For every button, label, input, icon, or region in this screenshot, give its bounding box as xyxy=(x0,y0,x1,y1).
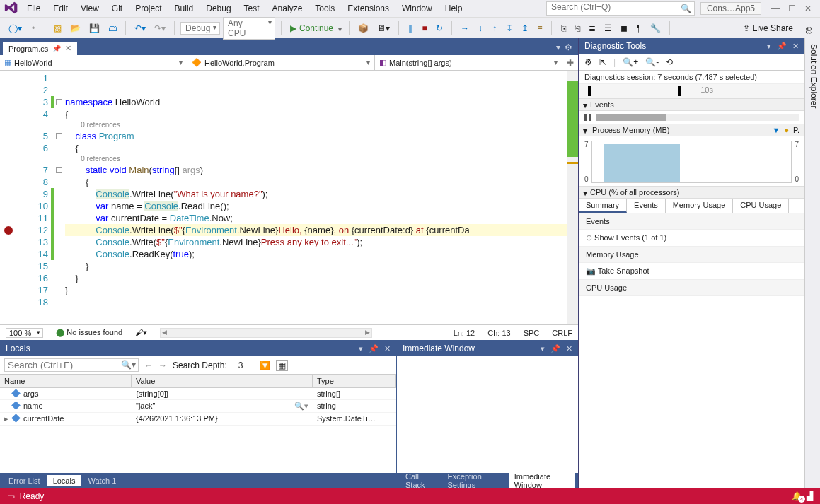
nav-class[interactable]: 🔶HelloWorld.Program xyxy=(187,55,375,70)
diag-tab-summary[interactable]: Summary xyxy=(579,199,627,213)
tab-exception[interactable]: Exception Settings xyxy=(441,471,507,491)
stop-icon[interactable]: ■ xyxy=(419,22,430,35)
reset-zoom-icon[interactable]: ⟲ xyxy=(666,57,673,67)
browser-icon[interactable]: 🖥▾ xyxy=(374,22,393,35)
menu-tools[interactable]: Tools xyxy=(309,1,340,16)
menu-build[interactable]: Build xyxy=(169,1,200,16)
live-share-button[interactable]: ⇪ Live Share xyxy=(743,23,793,33)
nav-method[interactable]: ◧Main(string[] args) xyxy=(375,55,562,70)
restart-icon[interactable]: ↻ xyxy=(433,22,446,35)
menu-view[interactable]: View xyxy=(75,1,105,16)
maximize-icon[interactable]: ☐ xyxy=(788,4,796,13)
uncmt-icon[interactable]: ⎗ xyxy=(572,22,583,35)
platform-combo[interactable]: Any CPU xyxy=(223,17,275,40)
step-over-icon[interactable]: ↓ xyxy=(475,22,486,35)
pause-icon[interactable]: ‖ xyxy=(405,22,416,35)
zoom-out-icon[interactable]: 🔍- xyxy=(645,57,659,67)
tab-close-icon[interactable]: ✕ xyxy=(65,44,71,53)
code-editor[interactable]: 123456789101112131415161718 −−− namespac… xyxy=(0,71,578,324)
tab-locals[interactable]: Locals xyxy=(47,475,81,486)
split-icon[interactable]: ✚ xyxy=(562,55,578,70)
tab-watch1[interactable]: Watch 1 xyxy=(82,475,122,486)
diag-header[interactable]: Diagnostic Tools▾📌✕ xyxy=(579,38,804,54)
menu-file[interactable]: File xyxy=(21,1,46,16)
continue-button[interactable]: ▶Continue xyxy=(287,23,343,33)
menu-test[interactable]: Test xyxy=(238,1,265,16)
diag-dropdown-icon[interactable]: ▾ xyxy=(767,42,771,51)
menu-analyze[interactable]: Analyze xyxy=(267,1,308,16)
search-input[interactable] xyxy=(551,2,680,12)
cmt-icon[interactable]: ⎘ xyxy=(558,22,569,35)
tab-overflow-icon[interactable]: ▾ xyxy=(556,42,560,52)
locals-header[interactable]: Locals▾📌✕ xyxy=(0,341,396,356)
immediate-header[interactable]: Immediate Window▾📌✕ xyxy=(397,341,578,356)
nav-prev-icon[interactable]: ← xyxy=(144,361,153,370)
tag-icon[interactable]: ¶ xyxy=(633,22,645,35)
step-into-icon[interactable]: → xyxy=(458,22,472,35)
tab-program-cs[interactable]: Program.cs 📌 ✕ xyxy=(3,42,77,55)
vscroll[interactable] xyxy=(567,71,578,324)
locals-dropdown-icon[interactable]: ▾ xyxy=(359,344,363,353)
nav-next-icon[interactable]: → xyxy=(158,361,167,370)
notifications-icon[interactable]: 🔔4 xyxy=(792,491,802,501)
menu-help[interactable]: Help xyxy=(439,1,468,16)
spanner-icon[interactable]: 🔧 xyxy=(647,22,664,35)
close-icon[interactable]: ✕ xyxy=(804,4,812,13)
menu-window[interactable]: Window xyxy=(396,1,438,16)
open-icon[interactable]: 📂 xyxy=(67,22,83,35)
fmt2-icon[interactable]: ☰ xyxy=(601,22,615,35)
export-icon[interactable]: ⇱ xyxy=(599,57,606,67)
hscroll[interactable] xyxy=(160,328,372,338)
memory-section[interactable]: Process Memory (MB)▼●P. xyxy=(579,124,804,136)
filter-icon[interactable]: 🔽 xyxy=(260,361,270,370)
bkmk-icon[interactable]: ◼ xyxy=(618,22,630,35)
step3-icon[interactable]: ↧ xyxy=(503,22,516,35)
zoom-combo[interactable]: 100 % xyxy=(6,328,43,338)
imm-close-icon[interactable]: ✕ xyxy=(566,344,572,353)
events-section[interactable]: Events xyxy=(579,98,804,111)
gear-icon[interactable]: ⚙ xyxy=(584,57,592,67)
menu-edit[interactable]: Edit xyxy=(47,1,74,16)
perf-icon[interactable]: ▟ xyxy=(807,491,813,501)
tab-gear-icon[interactable]: ⚙ xyxy=(565,42,572,52)
take-snapshot-link[interactable]: 📷 Take Snapshot xyxy=(579,263,804,280)
pin-icon[interactable]: 📌 xyxy=(52,45,61,52)
diag-pin-icon[interactable]: 📌 xyxy=(777,42,787,51)
feedback-icon[interactable]: ஐ xyxy=(803,22,814,35)
imm-dropdown-icon[interactable]: ▾ xyxy=(541,344,545,353)
show-events-link[interactable]: ⊕ Show Events (1 of 1) xyxy=(579,230,804,247)
locals-pin-icon[interactable]: 📌 xyxy=(369,344,379,353)
locals-close-icon[interactable]: ✕ xyxy=(384,344,391,353)
diag-tab-events[interactable]: Events xyxy=(627,199,666,213)
locals-search[interactable] xyxy=(4,358,139,372)
fmt-icon[interactable]: ≣ xyxy=(586,22,599,35)
hot-reload-icon[interactable]: 📦 xyxy=(355,22,371,35)
brush-icon[interactable]: 🖌▾ xyxy=(135,328,147,337)
save-icon[interactable]: 💾 xyxy=(86,22,103,35)
diag-close-icon[interactable]: ✕ xyxy=(792,42,799,51)
minimize-icon[interactable]: — xyxy=(771,4,780,13)
menu-debug[interactable]: Debug xyxy=(200,1,236,16)
zoom-in-icon[interactable]: 🔍+ xyxy=(623,57,638,67)
cols-icon[interactable]: ▦ xyxy=(276,360,288,371)
locals-row[interactable]: ▸currentDate{4/26/2021 1:36:13 PM}System… xyxy=(0,413,396,426)
tab-immediate[interactable]: Immediate Window xyxy=(509,471,575,491)
diag-tab-memory[interactable]: Memory Usage xyxy=(666,199,734,213)
tab-call-stack[interactable]: Call Stack xyxy=(400,471,440,491)
config-combo[interactable]: Debug xyxy=(180,22,220,35)
diag-tab-cpu[interactable]: CPU Usage xyxy=(733,199,789,213)
quick-launch[interactable]: 🔍 xyxy=(546,1,695,16)
menu-git[interactable]: Git xyxy=(106,1,128,16)
locals-row[interactable]: name"jack" 🔍▾string xyxy=(0,400,396,413)
solution-explorer-tab[interactable]: Solution Explorer xyxy=(804,38,820,488)
immediate-body[interactable] xyxy=(397,356,578,473)
tab-error-list[interactable]: Error List xyxy=(3,475,46,486)
step-out-icon[interactable]: ↑ xyxy=(489,22,500,35)
save-all-icon[interactable]: 🗃 xyxy=(105,22,120,35)
diag-timeline[interactable]: 10s xyxy=(579,84,804,98)
step4-icon[interactable]: ↥ xyxy=(519,22,531,35)
new-project-icon[interactable]: ▨ xyxy=(51,22,64,35)
undo-icon[interactable]: ↶▾ xyxy=(132,22,149,35)
depth-combo[interactable]: 3 xyxy=(233,361,255,370)
nav-fwd-btn[interactable]: • xyxy=(28,22,39,35)
